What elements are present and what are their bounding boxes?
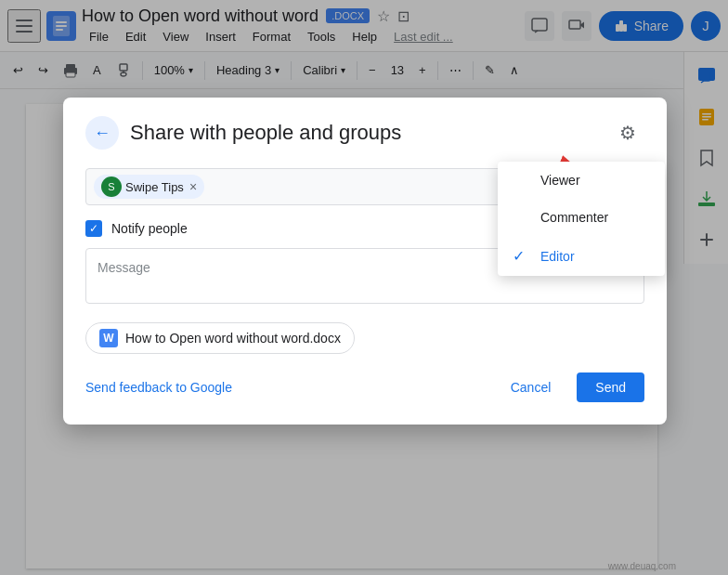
role-commenter[interactable]: Commenter <box>498 199 665 236</box>
swipe-tips-chip: S Swipe Tips × <box>94 175 204 199</box>
viewer-label: Viewer <box>540 173 580 188</box>
back-icon: ← <box>94 124 110 143</box>
doc-link-chip[interactable]: W How to Open word without word.docx <box>85 322 355 354</box>
role-editor[interactable]: ✓ Editor <box>498 236 665 276</box>
cancel-button[interactable]: Cancel <box>492 372 570 402</box>
chip-label: Swipe Tips <box>125 180 184 194</box>
footer-buttons: Cancel Send <box>492 372 644 402</box>
chip-avatar: S <box>101 176 122 197</box>
dialog-header: ← Share with people and groups ⚙ <box>85 116 644 150</box>
role-viewer[interactable]: Viewer <box>498 162 665 199</box>
chip-close-button[interactable]: × <box>189 179 197 194</box>
doc-link-icon: W <box>99 329 118 347</box>
people-input-box[interactable]: S Swipe Tips × <box>85 168 566 205</box>
notify-label: Notify people <box>111 221 188 236</box>
settings-icon: ⚙ <box>619 122 636 144</box>
checkmark-icon: ✓ <box>89 222 98 235</box>
dialog-title: Share with people and groups <box>130 121 600 145</box>
feedback-link[interactable]: Send feedback to Google <box>85 380 232 395</box>
send-button[interactable]: Send <box>577 372 644 402</box>
doc-link-text: How to Open word without word.docx <box>125 331 341 346</box>
message-placeholder: Message <box>98 260 150 275</box>
role-menu: Viewer Commenter ✓ Editor <box>498 162 665 276</box>
editor-check-icon: ✓ <box>513 247 531 265</box>
dialog-footer: Send feedback to Google Cancel Send <box>85 372 644 402</box>
commenter-label: Commenter <box>540 210 608 225</box>
notify-checkbox[interactable]: ✓ <box>85 220 102 237</box>
doc-link-row: W How to Open word without word.docx <box>85 322 644 354</box>
settings-button[interactable]: ⚙ <box>611 116 644 150</box>
back-button[interactable]: ← <box>85 116 119 150</box>
editor-label: Editor <box>540 249 575 264</box>
